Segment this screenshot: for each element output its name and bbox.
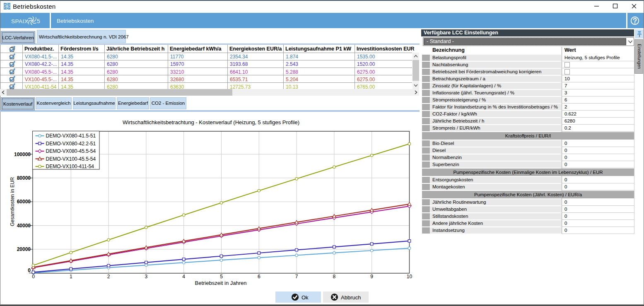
svg-text:9: 9 xyxy=(370,274,373,279)
svg-text:60000: 60000 xyxy=(17,199,31,205)
svg-text:0: 0 xyxy=(32,274,35,279)
svg-text:4: 4 xyxy=(182,274,185,279)
svg-text:DEMO-VX080-45.5-54: DEMO-VX080-45.5-54 xyxy=(46,148,96,154)
svg-text:100000: 100000 xyxy=(14,152,31,157)
svg-text:7: 7 xyxy=(295,274,298,279)
svg-text:5: 5 xyxy=(220,274,223,279)
svg-text:DEMO-VX080-42.2-51: DEMO-VX080-42.2-51 xyxy=(46,141,96,147)
svg-text:Betriebszeit in Jahren: Betriebszeit in Jahren xyxy=(195,280,246,286)
svg-text:10: 10 xyxy=(407,274,412,279)
svg-text:20000: 20000 xyxy=(17,246,31,252)
svg-text:1: 1 xyxy=(70,274,72,279)
svg-text:DEMO-VX100-45.5-54: DEMO-VX100-45.5-54 xyxy=(46,156,96,162)
svg-text:Gesamtkosten in EUR: Gesamtkosten in EUR xyxy=(10,177,15,226)
svg-text:0: 0 xyxy=(28,267,31,273)
svg-text:2: 2 xyxy=(107,274,110,279)
svg-text:DEMO-VX080-41.5-51: DEMO-VX080-41.5-51 xyxy=(46,133,96,139)
svg-text:6: 6 xyxy=(258,274,260,279)
svg-text:DEMO-VX100-411-54: DEMO-VX100-411-54 xyxy=(46,164,94,169)
svg-text:8: 8 xyxy=(333,274,336,279)
svg-text:3: 3 xyxy=(145,274,148,279)
svg-text:40000: 40000 xyxy=(17,223,31,229)
svg-text:80000: 80000 xyxy=(17,175,31,181)
